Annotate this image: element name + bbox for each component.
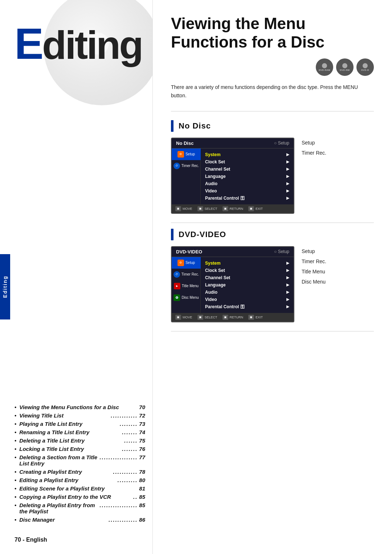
toc-bullet: • <box>15 446 16 452</box>
toc-page: 85 <box>139 494 145 500</box>
main-title-line2: Functions for a Disc <box>171 33 374 52</box>
title-menu-icon: ▶ <box>174 283 180 289</box>
footer-key: ▣ <box>248 315 254 320</box>
page-number: 70 - English <box>15 537 47 543</box>
menu-rows-container: ⚙Setup⏱Timer Rec.System▶Clock Set▶Channe… <box>172 148 294 204</box>
toc-page: 78 <box>139 469 145 475</box>
setup-icon: ⚙ <box>177 260 184 266</box>
toc-dots: ............ <box>111 412 138 419</box>
footer-key: ▣ <box>222 315 228 320</box>
footer-item: ▣SELECT <box>197 206 217 211</box>
menu-content-item: Parental Control ⚿▶ <box>205 195 289 202</box>
sidebar-item-label: Title Menu <box>182 284 199 288</box>
toc-text: Disc Manager <box>19 517 109 523</box>
menu-header: No Disc○ Setup <box>172 138 294 148</box>
sections-container: No DiscNo Disc○ Setup⚙Setup⏱Timer Rec.Sy… <box>171 117 374 337</box>
toc-text: Deleting a Playlist Entry from the Playl… <box>19 502 99 514</box>
screen-label-item: Title Menu <box>302 266 326 277</box>
menu-arrow: ▶ <box>286 261 289 265</box>
menu-arrow: ▶ <box>286 159 289 164</box>
disc-icon: DVD-RW <box>336 58 354 76</box>
disc-icon: DVD-RAM <box>316 58 333 76</box>
toc-dots: ...... <box>124 437 138 444</box>
toc-bullet: • <box>15 517 16 523</box>
sidebar-tab: Editing <box>0 254 10 319</box>
menu-content-area: System▶Clock Set▶Channel Set▶Language▶Au… <box>201 148 294 204</box>
menu-content-label: System <box>205 152 221 157</box>
toc-item: •Editing Scene for a Playlist Entry 81 <box>15 485 145 492</box>
menu-header-right: ○ Setup <box>274 140 289 146</box>
menu-header-right: ○ Setup <box>274 249 289 254</box>
menu-content-label: Channel Set <box>205 167 230 172</box>
disc-icon-inner <box>342 63 347 68</box>
footer-item: ▣SELECT <box>197 315 217 320</box>
timer-icon: ⏱ <box>173 271 180 278</box>
menu-screen-dvd-video: DVD-VIDEO○ Setup⚙Setup⏱Timer Rec.▶Title … <box>171 246 294 322</box>
toc-page: 85 <box>139 502 145 508</box>
menu-content-area: System▶Clock Set▶Channel Set▶Language▶Au… <box>201 257 294 313</box>
menu-content-item: Language▶ <box>205 173 289 180</box>
toc-bullet: • <box>15 477 16 483</box>
intro-text: There are a variety of menu functions de… <box>171 83 374 99</box>
screen-label-item: Setup <box>302 246 326 256</box>
section-title: No Disc <box>179 121 211 131</box>
menu-arrow: ▶ <box>286 282 289 287</box>
section-bar <box>171 120 173 132</box>
footer-label: SELECT <box>205 207 217 211</box>
toc-bullet: • <box>15 469 16 475</box>
toc-bullet: • <box>15 421 16 427</box>
menu-content-item: System▶ <box>205 151 289 158</box>
toc-text: Editing a Playlist Entry <box>19 477 118 483</box>
toc-page: 73 <box>139 421 145 427</box>
footer-label: RETURN <box>230 207 244 211</box>
footer-key: ▣ <box>175 206 181 211</box>
menu-footer: ▣MOVE▣SELECT▣RETURN▣EXIT <box>172 204 294 213</box>
toc-dots: ................. <box>99 502 138 508</box>
toc-page: 76 <box>139 446 145 452</box>
menu-content-item: Channel Set▶ <box>205 274 289 281</box>
menu-arrow: ▶ <box>286 188 289 193</box>
menu-content-label: Video <box>205 297 217 302</box>
toc-dots: ................. <box>99 454 138 460</box>
menu-sidebar-item: 💿Disc Menu <box>172 292 201 304</box>
toc-bullet: • <box>15 429 16 435</box>
toc-bullet: • <box>15 502 16 508</box>
section-header-no-disc: No Disc <box>171 120 374 132</box>
toc-item: •Disc Manager ............. 86 <box>15 517 145 523</box>
table-of-contents: •Viewing the Menu Functions for a Disc 7… <box>15 404 145 525</box>
screen-labels: SetupTimer Rec.Title MenuDisc Menu <box>302 246 326 287</box>
toc-bullet: • <box>15 454 16 460</box>
toc-page: 70 <box>139 404 145 410</box>
toc-dots: ....... <box>122 446 138 452</box>
toc-item: •Copying a Playlist Entry to the VCR .. … <box>15 494 145 500</box>
menu-content-item: Clock Set▶ <box>205 158 289 166</box>
menu-header: DVD-VIDEO○ Setup <box>172 247 294 257</box>
setup-icon: ⚙ <box>177 151 184 158</box>
toc-text: Deleting a Title List Entry <box>19 437 124 444</box>
toc-page: 74 <box>139 429 145 435</box>
menu-content-item: Clock Set▶ <box>205 267 289 274</box>
sidebar-item-label: Timer Rec. <box>181 272 199 276</box>
footer-item: ▣EXIT <box>248 315 263 320</box>
menu-sidebar-item: ⏱Timer Rec. <box>172 269 201 280</box>
disc-icon-inner <box>322 63 327 68</box>
main-title-line1: Viewing the Menu <box>171 15 374 33</box>
menu-content-item: System▶ <box>205 260 289 267</box>
toc-dots: ........ <box>120 421 138 427</box>
sidebar-item-label: Setup <box>185 261 195 265</box>
menu-content-label: Clock Set <box>205 268 225 273</box>
menu-footer: ▣MOVE▣SELECT▣RETURN▣EXIT <box>172 313 294 322</box>
menu-content-item: Video▶ <box>205 296 289 303</box>
main-title: Viewing the Menu Functions for a Disc <box>171 15 374 51</box>
toc-item: •Viewing the Menu Functions for a Disc 7… <box>15 404 145 410</box>
screen-labels: SetupTimer Rec. <box>302 138 326 158</box>
footer-key: ▣ <box>175 315 181 320</box>
menu-sidebar-item: ▶Title Menu <box>172 280 201 292</box>
toc-text: Locking a Title List Entry <box>19 446 122 452</box>
toc-item: •Viewing Title List ............ 72 <box>15 412 145 419</box>
menu-content-label: Audio <box>205 290 217 295</box>
footer-item: ▣EXIT <box>248 206 263 211</box>
toc-bullet: • <box>15 437 16 444</box>
right-panel: Viewing the Menu Functions for a Disc DV… <box>152 0 392 554</box>
menu-sidebar-item: ⚙Setup <box>172 148 201 160</box>
